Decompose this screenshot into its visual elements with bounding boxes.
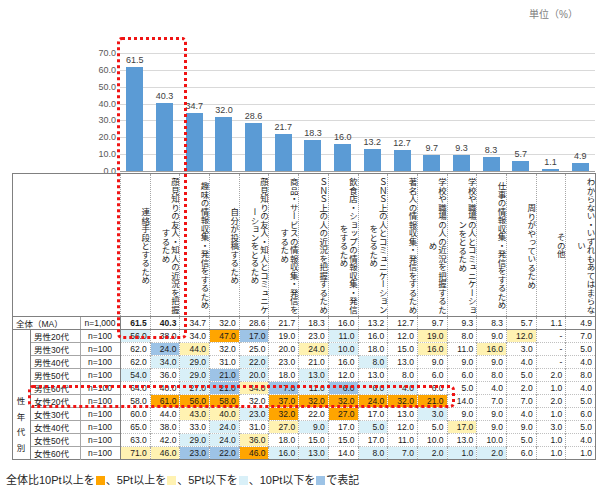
row-n: n=100 xyxy=(81,395,121,408)
data-cell: 1.0 xyxy=(566,447,596,460)
data-cell: 62.0 xyxy=(121,356,151,369)
data-cell: 14.0 xyxy=(447,395,477,408)
data-cell: 10.0 xyxy=(477,434,507,447)
data-cell: 58.0 xyxy=(121,395,151,408)
data-cell: 12.0 xyxy=(388,330,418,343)
data-cell: 6.0 xyxy=(447,369,477,382)
data-cell: 14.0 xyxy=(328,447,358,460)
row-label: 男性60代 xyxy=(31,382,81,395)
legend-swatch-over10pt xyxy=(96,476,105,485)
data-cell: 31.0 xyxy=(239,421,269,434)
data-cell: 8.0 xyxy=(358,447,388,460)
data-cell: 12.0 xyxy=(388,421,418,434)
total-cell: 32.0 xyxy=(210,317,240,330)
data-cell: 4.0 xyxy=(566,382,596,395)
data-cell: 63.0 xyxy=(121,434,151,447)
data-cell: - xyxy=(536,330,566,343)
bar-value-label: 4.9 xyxy=(563,151,597,161)
data-cell: 24.0 xyxy=(358,395,388,408)
data-cell: 6.0 xyxy=(566,408,596,421)
column-header-7: 飲食店・ショップの情報収集・発信をするため xyxy=(328,174,358,317)
data-cell: 16.0 xyxy=(477,343,507,356)
data-cell: 15.0 xyxy=(299,434,329,447)
data-cell: 29.0 xyxy=(180,434,210,447)
data-cell: 2.0 xyxy=(417,447,447,460)
data-cell: 2.0 xyxy=(477,447,507,460)
y-axis-tick-label: 20.0 xyxy=(84,132,116,142)
data-cell: 7.0 xyxy=(506,395,536,408)
column-header-13: 周りがやっているため xyxy=(506,174,536,317)
bar-0 xyxy=(126,67,143,171)
data-cell: 18.0 xyxy=(269,434,299,447)
data-cell: 12.0 xyxy=(328,369,358,382)
row-label: 女性50代 xyxy=(31,434,81,447)
table-row-男性30代: 男性30代n=10062.024.044.032.025.020.024.010… xyxy=(13,343,596,356)
row-n: n=100 xyxy=(81,434,121,447)
row-label: 男性40代 xyxy=(31,356,81,369)
data-cell: 9.0 xyxy=(299,421,329,434)
corner-cell xyxy=(13,174,121,317)
data-cell: 2.0 xyxy=(536,395,566,408)
data-cell: 16.0 xyxy=(328,356,358,369)
data-cell: 9.0 xyxy=(477,421,507,434)
bar-value-label: 61.5 xyxy=(118,55,152,65)
data-cell: 13.0 xyxy=(447,434,477,447)
data-cell: 31.0 xyxy=(210,356,240,369)
data-cell: 17.0 xyxy=(358,434,388,447)
column-header-9: 著名人の情報収集・発信をするため xyxy=(388,174,418,317)
legend-suffix: で表記 xyxy=(326,474,359,486)
data-cell: 4.0 xyxy=(506,356,536,369)
data-cell: 60.0 xyxy=(121,408,151,421)
data-cell: 29.0 xyxy=(180,369,210,382)
data-cell: 1.0 xyxy=(536,434,566,447)
column-header-6: ＳＮＳ上の人の近況を把握するため xyxy=(299,174,329,317)
data-cell: 9.0 xyxy=(506,421,536,434)
data-cell: 3.0 xyxy=(536,421,566,434)
data-cell: 56.0 xyxy=(121,330,151,343)
row-n: n=100 xyxy=(81,369,121,382)
data-cell: 23.0 xyxy=(239,408,269,421)
total-cell: 9.7 xyxy=(417,317,447,330)
data-cell: 71.0 xyxy=(121,447,151,460)
total-cell: 18.3 xyxy=(299,317,329,330)
data-cell: 38.0 xyxy=(150,330,180,343)
data-cell: 38.0 xyxy=(150,421,180,434)
bar-1 xyxy=(156,103,173,171)
data-cell: 46.0 xyxy=(239,447,269,460)
y-axis-tick-label: 70.0 xyxy=(84,48,116,58)
data-cell: 40.0 xyxy=(150,382,180,395)
data-cell: 11.0 xyxy=(388,434,418,447)
data-cell: 23.0 xyxy=(299,330,329,343)
total-row: 全体（MA）n=1,00061.540.334.732.028.621.718.… xyxy=(13,317,596,330)
row-label: 男性20代 xyxy=(31,330,81,343)
data-cell: 5.0 xyxy=(566,395,596,408)
table-row-男性20代: 性年代別男性20代n=10056.038.034.047.017.019.023… xyxy=(13,330,596,343)
data-cell: 4.0 xyxy=(566,434,596,447)
data-cell: 9.0 xyxy=(477,356,507,369)
bar-5 xyxy=(275,134,292,171)
column-header-14: その他 xyxy=(536,174,566,317)
data-cell: 42.0 xyxy=(150,434,180,447)
data-cell: 34.0 xyxy=(239,382,269,395)
data-cell: 62.0 xyxy=(121,343,151,356)
data-cell: 8.0 xyxy=(358,356,388,369)
data-cell: 25.0 xyxy=(239,343,269,356)
bar-2 xyxy=(186,113,203,171)
data-cell: 6.0 xyxy=(358,382,388,395)
total-cell: 61.5 xyxy=(121,317,151,330)
table-row-女性20代: 女性20代n=10058.061.056.058.032.037.032.032… xyxy=(13,395,596,408)
legend-item-label: 、5Pt以上を xyxy=(106,474,167,486)
y-axis-tick-label: 30.0 xyxy=(84,115,116,125)
data-cell: 5.0 xyxy=(506,434,536,447)
data-cell: 22.0 xyxy=(210,447,240,460)
data-cell: 11.0 xyxy=(299,382,329,395)
total-cell: 9.3 xyxy=(447,317,477,330)
total-cell: 34.7 xyxy=(180,317,210,330)
data-cell: 22.0 xyxy=(239,356,269,369)
total-cell: 40.3 xyxy=(150,317,180,330)
data-cell: 10.0 xyxy=(417,434,447,447)
total-cell: 28.6 xyxy=(239,317,269,330)
total-cell: 16.0 xyxy=(328,317,358,330)
data-cell: 23.0 xyxy=(269,356,299,369)
data-cell: 5.0 xyxy=(566,421,596,434)
